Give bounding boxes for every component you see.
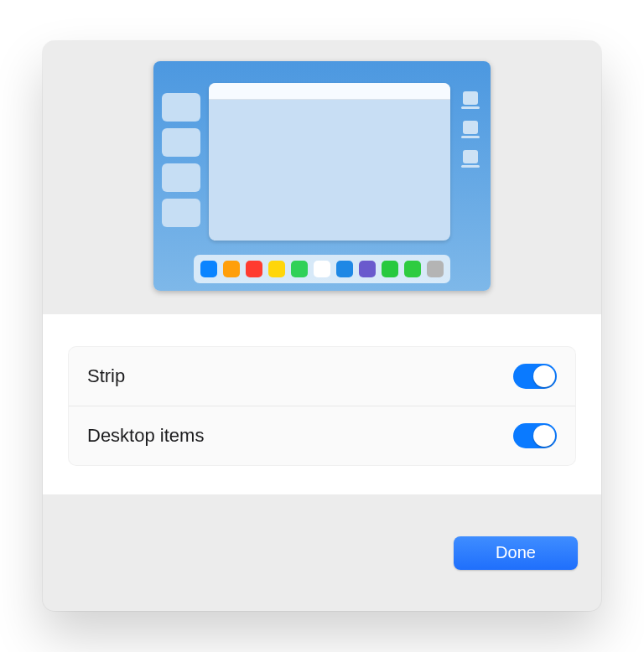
dock-icon: [427, 261, 444, 277]
dock-icon: [336, 261, 353, 277]
option-row-strip: Strip: [69, 347, 575, 406]
settings-sheet: Strip Desktop items Done: [43, 41, 601, 611]
mission-control-preview: [153, 61, 491, 291]
space-thumbnail: [162, 199, 200, 227]
space-thumbnail: [162, 128, 200, 157]
dock-icon: [404, 261, 421, 277]
option-label: Strip: [87, 365, 125, 387]
dock-icon: [359, 261, 376, 277]
space-thumbnail: [162, 93, 200, 122]
dock-icon: [268, 261, 285, 277]
options-panel: Strip Desktop items: [43, 314, 601, 494]
dock-icon: [200, 261, 217, 277]
options-list: Strip Desktop items: [68, 346, 576, 466]
option-label: Desktop items: [87, 425, 204, 447]
dock-icon: [223, 261, 240, 277]
foreground-window-preview: [209, 83, 450, 241]
toggle-strip[interactable]: [513, 364, 557, 389]
dock-preview: [194, 255, 450, 283]
toggle-desktop-items[interactable]: [513, 423, 557, 448]
dock-icon: [246, 261, 262, 277]
dock-icon: [382, 261, 398, 277]
desktop-item-icon: [461, 121, 480, 138]
desktop-item-icon: [461, 150, 480, 168]
done-button[interactable]: Done: [454, 536, 578, 570]
dock-icon: [291, 261, 308, 277]
preview-area: [43, 41, 601, 311]
dialog-footer: Done: [43, 494, 601, 611]
desktop-items-preview: [459, 70, 482, 247]
desktop-item-icon: [461, 91, 480, 109]
option-row-desktop-items: Desktop items: [69, 406, 575, 465]
sidebar-strip-preview: [162, 70, 200, 247]
space-thumbnail: [162, 163, 200, 192]
window-titlebar-preview: [209, 83, 450, 100]
dock-icon: [314, 261, 330, 277]
